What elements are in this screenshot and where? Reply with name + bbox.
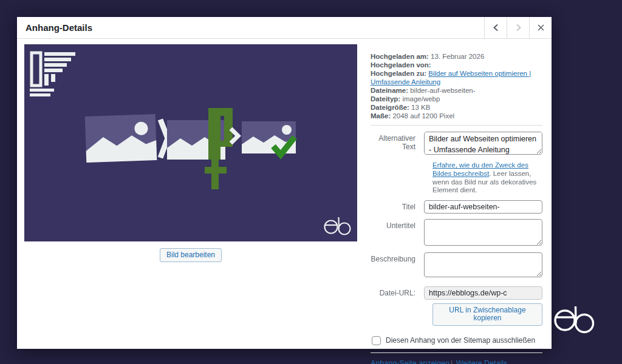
attachment-image — [24, 44, 357, 241]
alt-text-help: Erfahre, wie du den Zweck des Bildes bes… — [432, 161, 542, 195]
title-field[interactable] — [424, 200, 542, 214]
description-label: Beschreibung — [371, 252, 424, 278]
chevron-left-icon — [492, 24, 500, 32]
copy-url-button[interactable]: URL in Zwischenablage kopieren — [432, 303, 542, 325]
previous-attachment-button[interactable] — [484, 17, 507, 39]
modal-header: Anhang-Details — [17, 17, 552, 39]
edit-image-button[interactable]: Bild bearbeiten — [160, 248, 222, 262]
description-row: Beschreibung — [371, 252, 542, 278]
caption-label: Untertitel — [371, 219, 424, 247]
eb-logo — [549, 300, 600, 340]
sitemap-exclude-row: Diesen Anhang von der Sitemap ausschließ… — [371, 336, 542, 345]
meta-uploaded-to: Hochgeladen zu: Bilder auf Webseiten opt… — [371, 69, 542, 86]
image-thumbnail-large — [85, 114, 157, 163]
view-attachment-page-link[interactable]: Anhang-Seite anzeigen — [371, 359, 449, 364]
divider — [371, 125, 542, 126]
title-row: Titel — [371, 200, 542, 214]
meta-dimensions: Maße: 2048 auf 1200 Pixel — [371, 112, 542, 120]
title-label: Titel — [371, 200, 424, 214]
meta-filesize: Dateigröße: 13 KB — [371, 103, 542, 112]
file-url-row: Datei-URL: — [371, 286, 542, 300]
sitemap-exclude-checkbox[interactable] — [372, 336, 381, 345]
close-modal-button[interactable] — [529, 17, 552, 39]
alt-text-label: Alternativer Text — [371, 132, 424, 156]
page-title: Anhang-Details — [17, 22, 484, 33]
alt-text-row: Alternativer Text Bilder auf Webseiten o… — [371, 132, 542, 156]
divider — [371, 352, 542, 353]
file-url-label: Datei-URL: — [371, 286, 424, 300]
details-panel: Hochgeladen am: 13. Februar 2026 Hochgel… — [371, 52, 542, 343]
caption-field[interactable] — [424, 219, 542, 246]
meta-uploaded-on: Hochgeladen am: 13. Februar 2026 — [371, 52, 542, 61]
meta-filetype: Dateityp: image/webp — [371, 95, 542, 103]
meta-filename: Dateiname: bilder-auf-webseiten- — [371, 86, 542, 95]
attachment-actions: Anhang-Seite anzeigen| Weitere Details b… — [371, 359, 542, 364]
close-icon — [537, 24, 545, 32]
caption-row: Untertitel — [371, 219, 542, 247]
attachment-meta: Hochgeladen am: 13. Februar 2026 Hochgel… — [371, 52, 542, 120]
attachment-details-modal: Anhang-Details — [17, 17, 552, 349]
sitemap-exclude-label: Diesen Anhang von der Sitemap ausschließ… — [386, 336, 535, 345]
next-attachment-button[interactable] — [507, 17, 529, 39]
meta-uploaded-by: Hochgeladen von: — [371, 61, 542, 69]
file-url-field[interactable] — [424, 286, 542, 300]
chevron-right-icon — [514, 24, 522, 32]
attachment-preview: Bild bearbeiten — [24, 44, 357, 262]
description-field[interactable] — [424, 252, 542, 277]
alt-text-field[interactable]: Bilder auf Webseiten optimieren - Umfass… — [424, 132, 542, 155]
